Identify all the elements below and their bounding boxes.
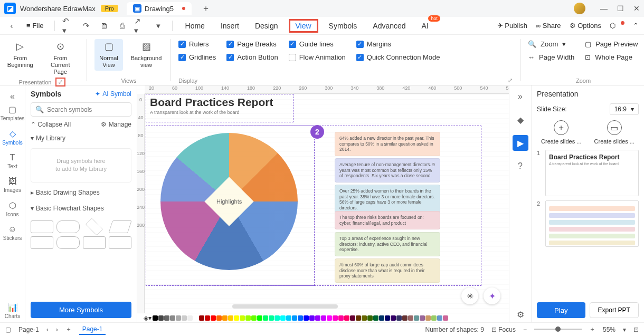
canvas[interactable]: 2060100140180220260300340380420460500540… <box>137 85 509 313</box>
paint-icon[interactable]: ◆ <box>513 112 528 128</box>
menu-home[interactable]: Home <box>180 20 210 32</box>
color-swatch[interactable] <box>321 315 326 321</box>
info-box-5[interactable]: Top 3 areas of experience sought in new … <box>335 232 440 256</box>
symbol-search[interactable]: 🔍 <box>31 102 131 117</box>
color-swatch[interactable] <box>315 315 320 321</box>
canvas-title-box[interactable]: Board Practices Report A transparent loo… <box>150 96 287 115</box>
focus-button[interactable]: ⊡ Focus <box>491 326 516 333</box>
status-page[interactable]: Page-1 <box>18 326 39 333</box>
margins-checkbox[interactable]: ✓Margins <box>356 39 440 49</box>
next-page-icon[interactable]: › <box>56 326 58 333</box>
info-box-3[interactable]: Over 25% added women to their boards in … <box>335 185 440 215</box>
undo-button[interactable]: ↶ ▾ <box>62 20 75 32</box>
zoom-value[interactable]: 55% <box>603 326 615 333</box>
maximize-button[interactable]: ☐ <box>617 4 624 13</box>
library-dropzone[interactable]: Drag symbols here to add to My Library <box>31 148 131 183</box>
from-current-button[interactable]: ⊙From Current Page <box>42 39 79 78</box>
more-symbols-button[interactable]: More Symbols <box>31 302 131 318</box>
share-button[interactable]: ∞ Share <box>536 22 561 30</box>
basic-flow-section[interactable]: ▾ Basic Flowchart Shapes <box>31 203 131 214</box>
color-swatch[interactable] <box>286 315 291 321</box>
color-swatch[interactable] <box>344 315 349 321</box>
menu-symbols[interactable]: Symbols <box>324 20 363 32</box>
color-swatch[interactable] <box>280 315 286 321</box>
color-swatch[interactable] <box>431 315 437 321</box>
color-swatch[interactable] <box>176 315 181 321</box>
new-tab-button[interactable]: ＋ <box>199 2 213 15</box>
info-box-4[interactable]: The top three risks boards are focused o… <box>335 211 440 229</box>
float-ai-icon[interactable]: ✦ <box>484 287 500 304</box>
color-swatch[interactable] <box>263 315 268 321</box>
rail-charts[interactable]: 📊Charts <box>1 299 24 322</box>
color-swatch[interactable] <box>164 315 169 321</box>
export-ppt-button[interactable]: Export PPT <box>590 302 639 318</box>
quick-more[interactable]: ▾ <box>152 20 165 32</box>
color-swatch[interactable] <box>350 315 355 321</box>
color-swatch[interactable] <box>408 315 413 321</box>
menu-design[interactable]: Design <box>250 20 283 32</box>
back-button[interactable]: ‹ <box>5 20 18 32</box>
color-swatch[interactable] <box>158 315 164 321</box>
redo-button[interactable]: ↷ <box>80 20 93 32</box>
shape-rounded[interactable] <box>56 220 79 233</box>
color-swatch[interactable] <box>338 315 344 321</box>
shape-5[interactable] <box>31 236 53 249</box>
background-view-button[interactable]: ▨Background view <box>129 39 163 71</box>
color-swatch[interactable] <box>443 315 448 321</box>
color-swatch[interactable] <box>199 315 204 321</box>
canvas-scrollbar[interactable] <box>232 304 338 309</box>
options-button[interactable]: ⚙ Options <box>570 22 601 30</box>
shape-diamond[interactable] <box>85 218 102 235</box>
display-popout-icon[interactable]: ⤢ <box>508 77 513 84</box>
color-swatch[interactable] <box>304 315 309 321</box>
shape-rect[interactable] <box>31 220 53 233</box>
from-beginning-button[interactable]: ▷From Beginning <box>5 39 35 71</box>
notifications-icon[interactable]: ⬡ <box>610 22 615 30</box>
color-swatch[interactable] <box>391 315 396 321</box>
play-button[interactable]: Play <box>537 302 585 318</box>
color-swatch[interactable] <box>251 315 257 321</box>
shape-7[interactable] <box>83 236 106 249</box>
slide-size-select[interactable]: 16:9 ▾ <box>610 103 639 115</box>
settings-gear-icon[interactable]: ⚙ <box>513 306 528 322</box>
collapse-all[interactable]: ⌃ Collapse All <box>31 121 71 128</box>
create-slides-1[interactable]: ＋Create slides ... <box>537 120 586 145</box>
color-swatch[interactable] <box>211 315 216 321</box>
publish-button[interactable]: ✈ Publish <box>497 22 527 30</box>
color-swatch[interactable] <box>274 315 280 321</box>
color-swatch[interactable] <box>385 315 390 321</box>
save-icon[interactable]: 🗎 <box>98 20 111 32</box>
file-menu[interactable]: ≡ File <box>23 20 47 31</box>
color-swatch[interactable] <box>420 315 425 321</box>
rail-stickers[interactable]: ☺Stickers <box>1 222 24 244</box>
gridlines-checkbox[interactable]: ✓Gridlines <box>178 52 216 62</box>
pie-chart[interactable]: Highlights <box>160 133 298 270</box>
color-swatch[interactable] <box>257 315 262 321</box>
color-swatch[interactable] <box>240 315 245 321</box>
create-slides-2[interactable]: ▭Create slides ... <box>590 120 639 145</box>
rail-symbols[interactable]: ◇Symbols <box>1 126 24 149</box>
prev-page-icon[interactable]: ‹ <box>46 326 49 333</box>
color-swatch[interactable] <box>367 315 373 321</box>
guide-lines-checkbox[interactable]: ✓Guide lines <box>289 39 346 49</box>
color-swatch[interactable] <box>222 315 228 321</box>
my-library-section[interactable]: ▾ My Library <box>31 132 131 144</box>
rail-text[interactable]: TText <box>1 150 24 172</box>
rail-templates[interactable]: ▢Templates <box>1 101 24 124</box>
export-icon[interactable]: ↗ ▾ <box>134 20 147 32</box>
action-button-checkbox[interactable]: ✓Action Button <box>226 52 278 62</box>
info-box-1[interactable]: 64% added a new director in the past yea… <box>335 132 440 156</box>
color-swatch[interactable] <box>373 315 378 321</box>
status-layout-icon[interactable]: ▢ <box>5 326 11 333</box>
page-width-button[interactable]: ↔ Page Width <box>528 52 574 62</box>
color-swatch[interactable] <box>187 315 193 321</box>
quick-connection-checkbox[interactable]: ✓Quick Connection Mode <box>356 52 440 62</box>
add-page-icon[interactable]: ＋ <box>65 325 72 334</box>
menu-insert[interactable]: Insert <box>215 20 244 32</box>
page-preview-button[interactable]: ▢ Page Preview <box>585 39 638 49</box>
menu-ai[interactable]: AIhot <box>416 20 434 32</box>
shape-8[interactable] <box>109 236 131 249</box>
color-swatch[interactable] <box>414 315 419 321</box>
purple-badge[interactable]: 2 <box>310 125 324 139</box>
help-icon[interactable]: ? <box>513 158 528 174</box>
